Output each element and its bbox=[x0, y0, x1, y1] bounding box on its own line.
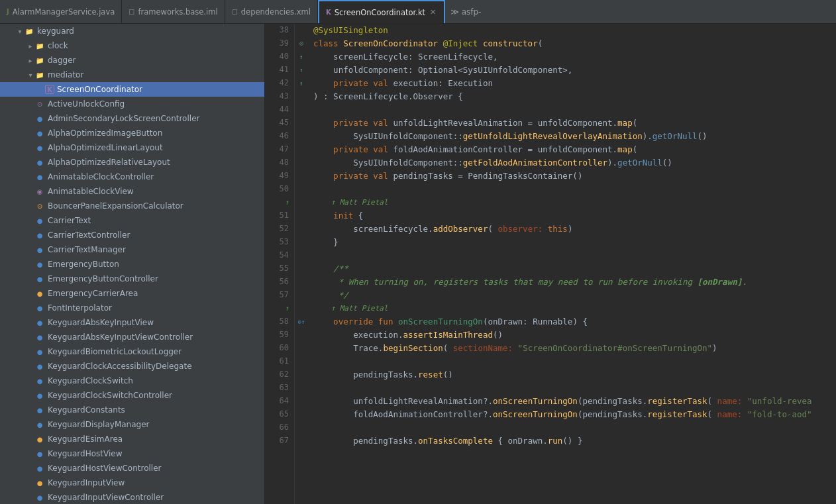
tree-item-alpha-image[interactable]: ● AlphaOptimizedImageButton bbox=[0, 126, 264, 140]
xml-icon: ◻ bbox=[232, 7, 238, 16]
class-orange2-icon: ● bbox=[34, 288, 45, 299]
class-c-icon: ● bbox=[34, 142, 45, 153]
code-container: 38 39 40 41 42 43 44 45 46 47 48 49 50 ↑… bbox=[265, 24, 836, 504]
tree-item-kg-absinputctrl[interactable]: ● KeyguardAbsKeyInputViewController bbox=[0, 330, 264, 344]
tree-item-adminsecondary[interactable]: ● AdminSecondaryLockScreenController bbox=[0, 111, 264, 126]
tree-item-clock[interactable]: ▸ 📁 clock bbox=[0, 38, 264, 53]
tree-item-alpha-linear[interactable]: ● AlphaOptimizedLinearLayout bbox=[0, 140, 264, 155]
class-c-icon: ● bbox=[34, 346, 45, 357]
class-c-icon: ● bbox=[34, 244, 45, 255]
tree-item-animclock-view[interactable]: ◉ AnimatableClockView bbox=[0, 184, 264, 199]
class-orange4-icon: ● bbox=[34, 478, 45, 488]
class-c-icon: ● bbox=[34, 361, 45, 372]
tree-item-animclock-ctrl[interactable]: ● AnimatableClockController bbox=[0, 170, 264, 184]
tab-bar: J AlarmManagerService.java ◻ frameworks.… bbox=[0, 0, 836, 24]
folder-icon: 📁 bbox=[34, 55, 45, 66]
tab-screenon-label: ScreenOnCoordinator.kt bbox=[335, 8, 425, 17]
tree-item-kg-clockswitch[interactable]: ● KeyguardClockSwitch bbox=[0, 374, 264, 388]
code-line-54 bbox=[313, 249, 831, 262]
tree-item-kg-absinputview[interactable]: ● KeyguardAbsKeyInputView bbox=[0, 315, 264, 330]
tab-more[interactable]: ≫ asfp- bbox=[445, 0, 486, 23]
code-line-47: private val foldAodAnimationController =… bbox=[313, 143, 831, 156]
code-line-62: pendingTasks.reset() bbox=[313, 368, 831, 381]
expand-icon: ▸ bbox=[26, 42, 34, 50]
code-line-60: Trace.beginSection( sectionName: "Screen… bbox=[313, 342, 831, 355]
code-line-51: init { bbox=[313, 209, 831, 223]
class-c-icon: ● bbox=[34, 332, 45, 342]
tree-item-emergencybtn[interactable]: ● EmergencyButton bbox=[0, 257, 264, 272]
code-line-61 bbox=[313, 355, 831, 368]
code-content[interactable]: @SysUISingleton class ScreenOnCoordinato… bbox=[308, 24, 836, 504]
code-line-57: */ bbox=[313, 289, 831, 302]
class-icon: ⊙ bbox=[34, 99, 45, 109]
code-line-59: execution.assertIsMainThread() bbox=[313, 328, 831, 342]
code-line-41: unfoldComponent: Optional<SysUIUnfoldCom… bbox=[313, 64, 831, 77]
code-line-40: screenLifecycle: ScreenLifecycle, bbox=[313, 50, 831, 64]
class-c-icon: ● bbox=[34, 215, 45, 226]
tab-frameworks[interactable]: ◻ frameworks.base.iml bbox=[122, 0, 225, 23]
tree-item-keyguard[interactable]: ▾ 📁 keyguard bbox=[0, 24, 264, 38]
main-area: ▾ 📁 keyguard ▸ 📁 clock ▸ 📁 dagger ▾ 📁 me bbox=[0, 24, 836, 504]
tree-item-carriertextmgr[interactable]: ● CarrierTextManager bbox=[0, 242, 264, 257]
expand-icon: ▾ bbox=[16, 28, 24, 35]
code-line-50 bbox=[313, 183, 831, 196]
tree-item-kg-hostviewctrl[interactable]: ● KeyguardHostViewController bbox=[0, 461, 264, 476]
class-c-icon: ● bbox=[34, 128, 45, 138]
class-c-icon: ● bbox=[34, 259, 45, 270]
folder-icon: 📁 bbox=[34, 40, 45, 51]
class-c-icon: ● bbox=[34, 463, 45, 474]
gutter-42: ↑ bbox=[296, 77, 307, 90]
code-editor[interactable]: 38 39 40 41 42 43 44 45 46 47 48 49 50 ↑… bbox=[265, 24, 836, 504]
tree-item-kg-displaymgr[interactable]: ● KeyguardDisplayManager bbox=[0, 417, 264, 432]
tab-more-label: ≫ asfp- bbox=[450, 7, 481, 17]
tab-screenon[interactable]: K ScreenOnCoordinator.kt ✕ bbox=[318, 0, 445, 23]
tree-item-kg-hostview[interactable]: ● KeyguardHostView bbox=[0, 446, 264, 461]
tree-item-screenoncoordinator[interactable]: K ScreenOnCoordinator bbox=[0, 82, 264, 97]
class-c-icon: ● bbox=[34, 390, 45, 401]
class-c-icon: ● bbox=[34, 157, 45, 168]
tab-screenon-close[interactable]: ✕ bbox=[429, 8, 437, 17]
gutter-40: ↑ bbox=[296, 50, 307, 64]
tree-item-emergencycarrier[interactable]: ● EmergencyCarrierArea bbox=[0, 286, 264, 301]
tree-item-kg-clockacc[interactable]: ● KeyguardClockAccessibilityDelegate bbox=[0, 359, 264, 374]
tree-item-mediator[interactable]: ▾ 📁 mediator bbox=[0, 68, 264, 82]
class-c-icon: ● bbox=[34, 303, 45, 313]
expand-icon: ▸ bbox=[26, 57, 34, 64]
code-line-63 bbox=[313, 381, 831, 395]
code-line-55: /** bbox=[313, 262, 831, 276]
code-line-48: SysUIUnfoldComponent::getFoldAodAnimatio… bbox=[313, 156, 831, 170]
tree-item-kg-esim[interactable]: ● KeyguardEsimArea bbox=[0, 432, 264, 446]
gutter-39: ⊙ bbox=[296, 37, 307, 50]
expand-icon: ▾ bbox=[26, 72, 34, 79]
tree-item-bouncer[interactable]: ⊙ BouncerPanelExpansionCalculator bbox=[0, 199, 264, 213]
tree-item-alpha-relative[interactable]: ● AlphaOptimizedRelativeLayout bbox=[0, 155, 264, 170]
code-line-58: override fun onScreenTurningOn(onDrawn: … bbox=[313, 315, 831, 328]
tree-item-fontinterp[interactable]: ● FontInterpolator bbox=[0, 301, 264, 315]
java-icon: J bbox=[7, 8, 9, 15]
code-line-53: } bbox=[313, 236, 831, 249]
tree-item-carriertextctrl[interactable]: ● CarrierTextController bbox=[0, 228, 264, 242]
kt-icon: K bbox=[326, 9, 331, 16]
abstract-icon: ◉ bbox=[34, 186, 45, 197]
class-c-icon: ● bbox=[34, 448, 45, 459]
tree-item-carriertext[interactable]: ● CarrierText bbox=[0, 213, 264, 228]
tree-item-kg-constants[interactable]: ● KeyguardConstants bbox=[0, 403, 264, 417]
code-line-39: class ScreenOnCoordinator @Inject constr… bbox=[313, 37, 831, 50]
tree-item-kg-inputview[interactable]: ● KeyguardInputView bbox=[0, 476, 264, 490]
tree-item-emergencybtnctrl[interactable]: ● EmergencyButtonController bbox=[0, 272, 264, 286]
tab-dependencies[interactable]: ◻ dependencies.xml bbox=[225, 0, 318, 23]
tab-alarm[interactable]: J AlarmManagerService.java bbox=[0, 0, 122, 23]
class-c-icon: ● bbox=[34, 113, 45, 124]
tree-item-dagger[interactable]: ▸ 📁 dagger bbox=[0, 53, 264, 68]
class-c-icon: ● bbox=[34, 376, 45, 386]
tree-item-activeunlockconfig[interactable]: ⊙ ActiveUnlockConfig bbox=[0, 97, 264, 111]
tree-item-kg-inputviewctrl[interactable]: ● KeyguardInputViewController bbox=[0, 490, 264, 504]
code-line-67: pendingTasks.onTasksComplete { onDrawn.r… bbox=[313, 434, 831, 448]
class-c-icon: ● bbox=[34, 230, 45, 240]
tree-item-kg-biometric[interactable]: ● KeyguardBiometricLockoutLogger bbox=[0, 344, 264, 359]
tab-alarm-label: AlarmManagerService.java bbox=[13, 7, 115, 17]
class-c-icon: ● bbox=[34, 492, 45, 503]
tree-item-kg-clockswitchctrl[interactable]: ● KeyguardClockSwitchController bbox=[0, 388, 264, 403]
code-line-46: SysUIUnfoldComponent::getUnfoldLightReve… bbox=[313, 130, 831, 143]
class-orange-icon: ⊙ bbox=[34, 201, 45, 211]
